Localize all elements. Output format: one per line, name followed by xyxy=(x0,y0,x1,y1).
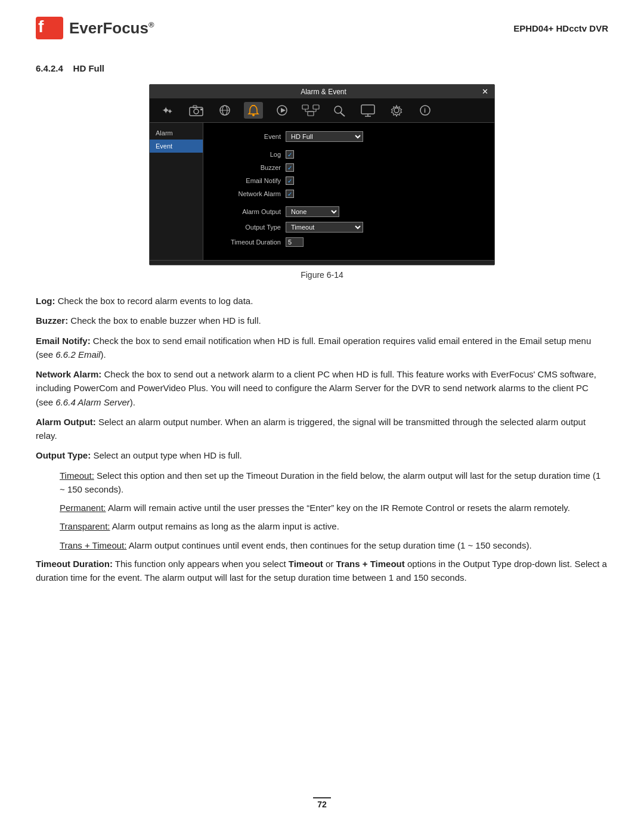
permanent-indent-text: Alarm will remain active until the user … xyxy=(108,503,570,513)
svg-text:f: f xyxy=(38,17,44,36)
dialog-sidebar: Alarm Event xyxy=(150,123,203,260)
buzzer-bold: Buzzer: xyxy=(36,315,68,326)
output-type-text: Select an output type when HD is full. xyxy=(93,450,242,460)
email-notify-row: Email Notify ✓ xyxy=(215,176,482,185)
everfocus-logo-icon: f xyxy=(36,17,63,39)
log-checkbox[interactable]: ✓ xyxy=(286,150,294,159)
dialog-footer-bar xyxy=(150,260,494,265)
toolbar-wand-icon[interactable]: ✦ ✦ xyxy=(158,102,177,119)
svg-point-11 xyxy=(252,114,255,116)
log-text: Check the box to record alarm events to … xyxy=(58,296,253,306)
dialog-close-button[interactable]: ✕ xyxy=(482,87,488,96)
page-number: 72 xyxy=(0,800,644,809)
alarm-output-row: Alarm Output None xyxy=(215,206,482,217)
svg-rect-16 xyxy=(313,105,319,109)
timeout-indent-paragraph: Timeout: Select this option and then set… xyxy=(60,469,608,497)
timeout-duration-input[interactable] xyxy=(286,237,304,247)
toolbar-monitor-icon[interactable] xyxy=(358,102,377,119)
email-notify-paragraph: Email Notify: Check the box to send emai… xyxy=(36,334,608,362)
indent-list: Timeout: Select this option and then set… xyxy=(60,469,608,552)
output-type-select[interactable]: Timeout xyxy=(286,222,363,233)
toolbar-search-icon[interactable] xyxy=(330,102,349,119)
timeout-duration-bold3: Trans + Timeout xyxy=(336,559,405,569)
toolbar-network-icon[interactable] xyxy=(301,102,320,119)
timeout-duration-text2: or xyxy=(323,559,336,569)
transparent-underline: Transparent: xyxy=(60,521,110,531)
alarm-output-text: Select an alarm output number. When an a… xyxy=(36,417,586,441)
svg-point-27 xyxy=(394,108,399,113)
svg-point-22 xyxy=(335,106,342,113)
output-type-row: Output Type Timeout xyxy=(215,222,482,233)
output-type-bold: Output Type: xyxy=(36,450,91,460)
alarm-event-dialog: Alarm & Event ✕ ✦ ✦ xyxy=(149,84,495,265)
toolbar-bell-icon[interactable] xyxy=(244,102,263,119)
log-row: Log ✓ xyxy=(215,150,482,159)
toolbar-globe-icon[interactable] xyxy=(215,102,234,119)
network-alarm-checkbox[interactable]: ✓ xyxy=(286,190,294,198)
buzzer-text: Check the box to enable buzzer when HD i… xyxy=(70,315,261,326)
network-alarm-paragraph: Network Alarm: Check the box to send out… xyxy=(36,367,608,409)
timeout-duration-row: Timeout Duration xyxy=(215,237,482,247)
svg-line-23 xyxy=(340,113,345,116)
buzzer-paragraph: Buzzer: Check the box to enable buzzer w… xyxy=(36,314,608,327)
toolbar-gear-icon[interactable] xyxy=(387,102,406,119)
header-model-text: EPHD04+ HDcctv DVR xyxy=(513,23,608,33)
logo-area: f EverFocus® xyxy=(36,17,154,39)
toolbar-info-icon[interactable]: i xyxy=(416,102,435,119)
email-notify-bold: Email Notify: xyxy=(36,336,91,346)
sidebar-item-event[interactable]: Event xyxy=(150,140,203,153)
email-notify-text: Check the box to send email notification… xyxy=(36,336,591,360)
svg-rect-15 xyxy=(302,105,308,109)
main-content: 6.4.2.4 HD Full Alarm & Event ✕ ✦ ✦ xyxy=(0,45,644,615)
email-notify-italic: 6.6.2 Email xyxy=(55,349,100,360)
svg-point-5 xyxy=(194,109,199,114)
event-select[interactable]: HD Full xyxy=(286,131,363,142)
toolbar-playback-icon[interactable] xyxy=(273,102,292,119)
dialog-form: Event HD Full Log ✓ Buzzer ✓ xyxy=(203,123,494,260)
body-content: Log: Check the box to record alarm event… xyxy=(36,294,608,584)
buzzer-row: Buzzer ✓ xyxy=(215,163,482,172)
timeout-indent-text: Select this option and then set up the T… xyxy=(60,470,600,494)
network-alarm-bold: Network Alarm: xyxy=(36,369,101,379)
alarm-output-bold: Alarm Output: xyxy=(36,417,96,427)
network-alarm-italic: 6.6.4 Alarm Server xyxy=(55,397,130,407)
email-notify-text2: ). xyxy=(100,349,106,360)
trans-timeout-indent-paragraph: Trans + Timeout: Alarm output continues … xyxy=(60,538,608,552)
network-alarm-row: Network Alarm ✓ xyxy=(215,190,482,198)
transparent-indent-paragraph: Transparent: Alarm output remains as lon… xyxy=(60,519,608,533)
toolbar-camera-icon[interactable] xyxy=(187,102,206,119)
svg-text:i: i xyxy=(424,107,426,114)
section-heading: 6.4.2.4 HD Full xyxy=(36,63,608,73)
permanent-underline: Permanent: xyxy=(60,503,106,513)
permanent-indent-paragraph: Permanent: Alarm will remain active unti… xyxy=(60,501,608,515)
timeout-duration-paragraph: Timeout Duration: This function only app… xyxy=(36,557,608,585)
dialog-toolbar: ✦ ✦ xyxy=(150,98,494,123)
alarm-output-label: Alarm Output xyxy=(215,208,281,215)
network-alarm-text2: ). xyxy=(130,397,135,407)
alarm-output-paragraph: Alarm Output: Select an alarm output num… xyxy=(36,415,608,443)
event-label: Event xyxy=(215,133,281,140)
page-header: f EverFocus® EPHD04+ HDcctv DVR xyxy=(0,0,644,45)
output-type-paragraph: Output Type: Select an output type when … xyxy=(36,448,608,462)
sidebar-item-alarm[interactable]: Alarm xyxy=(150,126,203,140)
log-label: Log xyxy=(215,151,281,158)
event-row: Event HD Full xyxy=(215,131,482,142)
email-notify-checkbox[interactable]: ✓ xyxy=(286,176,294,185)
figure-caption: Figure 6-14 xyxy=(36,270,608,280)
svg-rect-17 xyxy=(308,112,314,116)
output-type-label: Output Type xyxy=(215,224,281,231)
svg-text:✦: ✦ xyxy=(167,107,173,116)
timeout-duration-text: This function only appears when you sele… xyxy=(115,559,289,569)
buzzer-label: Buzzer xyxy=(215,164,281,171)
timeout-duration-label: Timeout Duration xyxy=(215,239,281,246)
svg-marker-14 xyxy=(281,108,286,113)
trans-timeout-underline: Trans + Timeout: xyxy=(60,540,126,550)
page-footer: 72 xyxy=(0,797,644,809)
buzzer-checkbox[interactable]: ✓ xyxy=(286,163,294,172)
alarm-output-select[interactable]: None xyxy=(286,206,339,217)
transparent-indent-text: Alarm output remains as long as the alar… xyxy=(112,521,339,531)
log-paragraph: Log: Check the box to record alarm event… xyxy=(36,294,608,308)
dialog-title: Alarm & Event xyxy=(165,88,482,96)
timeout-duration-bold: Timeout Duration: xyxy=(36,559,113,569)
svg-rect-24 xyxy=(361,105,374,114)
